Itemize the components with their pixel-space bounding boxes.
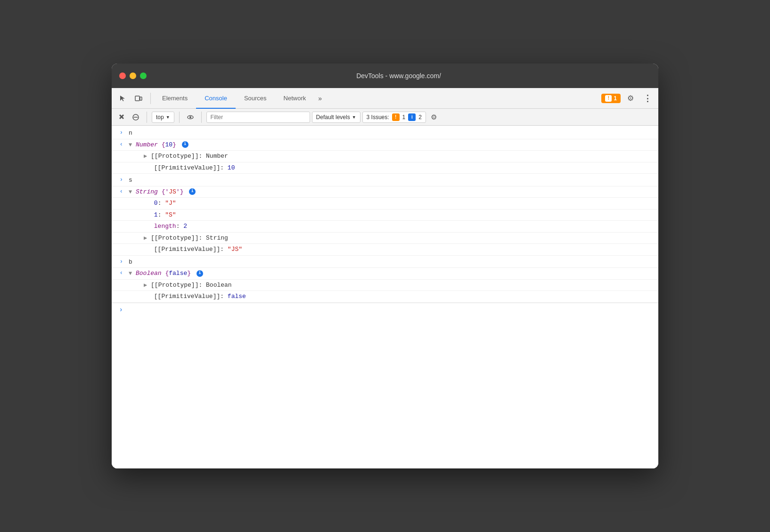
toolbar-divider xyxy=(150,93,151,104)
tab-sources[interactable]: Sources xyxy=(236,89,275,109)
prim-str-gutter xyxy=(112,245,127,246)
proto-string-content: ▶ [[Prototype]]: String xyxy=(127,234,655,243)
input-s-content: s xyxy=(127,176,655,185)
console-toolbar-divider xyxy=(147,112,147,123)
prompt-symbol: › xyxy=(119,306,123,314)
warning-count-badge: ! xyxy=(392,113,400,121)
input-gutter-b: › xyxy=(112,258,127,265)
input-n-content: n xyxy=(127,129,655,138)
context-selector[interactable]: top ▼ xyxy=(152,112,174,123)
svg-marker-2 xyxy=(119,114,124,119)
console-input-n: › n xyxy=(112,128,658,139)
console-output-string: ‹ ▼ String {'JS'} i xyxy=(112,186,658,198)
window-title: DevTools - www.google.com/ xyxy=(147,72,651,80)
close-button[interactable] xyxy=(119,73,126,79)
string-length-content: length: 2 xyxy=(127,222,655,231)
string-info-icon[interactable]: i xyxy=(189,188,196,195)
issues-count-button[interactable]: 3 Issues: ! 1 i 2 xyxy=(362,112,426,123)
number-info-icon[interactable]: i xyxy=(182,141,188,148)
expand-proto-number-arrow[interactable]: ▶ xyxy=(144,153,147,160)
boolean-info-icon[interactable]: i xyxy=(197,270,203,277)
output-gutter: ‹ xyxy=(112,140,127,148)
exclamation-icon: ! xyxy=(605,95,612,102)
prototype-string-line: ▶ [[Prototype]]: String xyxy=(112,233,658,244)
issues-badge[interactable]: ! 1 xyxy=(601,94,621,103)
expand-boolean-arrow[interactable]: ▼ xyxy=(129,270,132,277)
console-prompt-line[interactable]: › xyxy=(112,303,658,316)
output-arrow-icon: ‹ xyxy=(120,141,123,148)
len-gutter xyxy=(112,222,127,223)
input-gutter: › xyxy=(112,129,127,136)
console-output-number: ‹ ▼ Number {10} i xyxy=(112,139,658,151)
console-input-s: › s xyxy=(112,175,658,186)
maximize-button[interactable] xyxy=(140,73,147,79)
primitive-string-line: [[PrimitiveValue]]: "JS" xyxy=(112,244,658,256)
number-output-content: ▼ Number {10} i xyxy=(127,140,655,150)
prototype-number-line: ▶ [[Prototype]]: Number xyxy=(112,151,658,162)
console-toolbar: top ▼ Default levels ▼ 3 Issues: ! 1 i 2… xyxy=(112,109,658,126)
console-input-area[interactable] xyxy=(127,305,655,314)
proto-str-gutter xyxy=(112,234,127,234)
clear-console-button[interactable] xyxy=(115,111,128,123)
tab-network[interactable]: Network xyxy=(275,89,315,109)
output-arrow-b-icon: ‹ xyxy=(120,270,123,276)
chevron-down-icon: ▼ xyxy=(166,115,170,120)
expand-proto-string-arrow[interactable]: ▶ xyxy=(144,235,147,242)
string-length-line: length: 2 xyxy=(112,221,658,233)
eye-icon-button[interactable] xyxy=(184,111,197,123)
prompt-gutter: › xyxy=(112,306,127,314)
output-gutter-s: ‹ xyxy=(112,187,127,195)
string-index-1-content: 1: "S" xyxy=(127,210,655,220)
idx1-gutter xyxy=(112,210,127,211)
output-gutter-b: ‹ xyxy=(112,269,127,276)
expand-number-arrow[interactable]: ▼ xyxy=(129,142,132,148)
chevron-down-icon: ▼ xyxy=(352,115,356,120)
input-prompt-icon: › xyxy=(120,129,123,136)
input-b-content: b xyxy=(127,258,655,267)
input-gutter-s: › xyxy=(112,176,127,183)
input-b-prompt-icon: › xyxy=(120,258,123,265)
default-levels-selector[interactable]: Default levels ▼ xyxy=(312,112,360,123)
console-toolbar-divider2 xyxy=(179,112,180,123)
more-tabs-button[interactable]: » xyxy=(314,88,326,108)
tab-elements[interactable]: Elements xyxy=(154,89,196,109)
string-output-content: ▼ String {'JS'} i xyxy=(127,187,655,197)
primitive-number-line: [[PrimitiveValue]]: 10 xyxy=(112,162,658,174)
proto-bool-gutter xyxy=(112,281,127,282)
output-arrow-s-icon: ‹ xyxy=(120,188,123,195)
string-index-0-content: 0: "J" xyxy=(127,199,655,208)
prim-bool-gutter xyxy=(112,292,127,293)
console-area[interactable]: › n ‹ ▼ Number {10} i ▶ [[Prototype]]: xyxy=(112,126,658,468)
primitive-boolean-content: [[PrimitiveValue]]: false xyxy=(127,292,655,301)
main-tabs: Elements Console Sources Network » xyxy=(154,88,601,108)
string-index-1-line: 1: "S" xyxy=(112,210,658,221)
expand-proto-boolean-arrow[interactable]: ▶ xyxy=(144,282,147,289)
expand-string-arrow[interactable]: ▼ xyxy=(129,189,132,195)
device-toolbar-button[interactable] xyxy=(131,91,146,105)
main-toolbar: Elements Console Sources Network » ! 1 ⚙ xyxy=(112,88,658,109)
traffic-lights xyxy=(119,73,147,79)
titlebar: DevTools - www.google.com/ xyxy=(112,64,658,88)
toolbar-left xyxy=(115,88,154,108)
settings-button[interactable]: ⚙ xyxy=(623,91,638,105)
console-input-b: › b xyxy=(112,257,658,268)
primitive-string-content: [[PrimitiveValue]]: "JS" xyxy=(127,245,655,254)
more-options-button[interactable]: ⋮ xyxy=(640,91,655,105)
proto-boolean-content: ▶ [[Prototype]]: Boolean xyxy=(127,281,655,290)
devtools-window: DevTools - www.google.com/ Elements xyxy=(112,64,658,468)
primitive-number-content: [[PrimitiveValue]]: 10 xyxy=(127,163,655,173)
minimize-button[interactable] xyxy=(130,73,136,79)
string-index-0-line: 0: "J" xyxy=(112,198,658,210)
proto-gutter xyxy=(112,152,127,153)
console-toolbar-divider3 xyxy=(201,112,202,123)
proto-number-content: ▶ [[Prototype]]: Number xyxy=(127,152,655,161)
no-entry-button[interactable] xyxy=(130,111,142,123)
svg-rect-1 xyxy=(140,97,142,100)
console-settings-button[interactable]: ⚙ xyxy=(428,111,440,123)
console-output-boolean: ‹ ▼ Boolean {false} i xyxy=(112,268,658,280)
filter-input[interactable] xyxy=(206,112,310,123)
svg-rect-0 xyxy=(135,96,139,101)
prototype-boolean-line: ▶ [[Prototype]]: Boolean xyxy=(112,280,658,291)
select-tool-button[interactable] xyxy=(115,91,130,105)
tab-console[interactable]: Console xyxy=(196,89,236,109)
